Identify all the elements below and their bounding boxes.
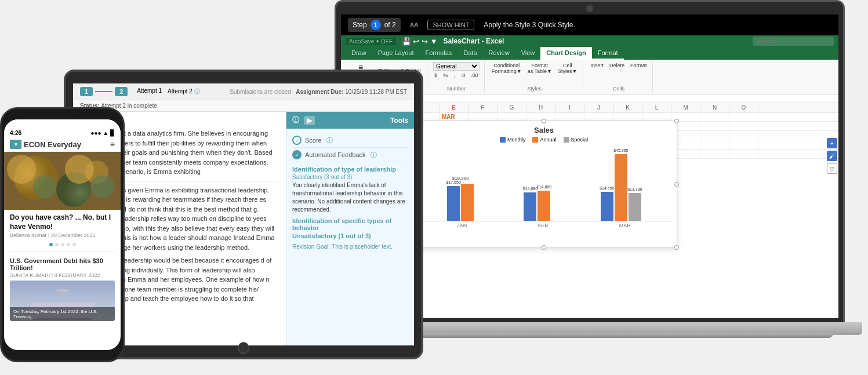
tab-data[interactable]: Data xyxy=(457,47,482,60)
decrease-decimal-button[interactable]: .0 xyxy=(459,72,468,79)
delete-button[interactable]: Delete xyxy=(607,62,627,69)
feedback-item1-subtitle: Satisfactory (3 out of 3) xyxy=(292,174,408,180)
excel-ribbon-tabs: Draw Page Layout Formulas Data Review Vi… xyxy=(341,47,838,60)
score-label: Score xyxy=(305,137,322,144)
number-format-select[interactable]: General xyxy=(433,62,480,71)
chart-x-labels: JAN FEB MAR xyxy=(416,223,672,228)
list-item-1: U.S. Government Debt hits $30 Trillion! … xyxy=(4,254,121,325)
currency-button[interactable]: $ xyxy=(432,72,440,79)
featured-image-svg xyxy=(4,152,121,210)
legend-annual-dot xyxy=(532,137,538,143)
legend-monthly-dot xyxy=(500,137,506,143)
revision-text: This is placeholder text. xyxy=(332,243,393,250)
tools-body: ○ Score ⓘ ✓ Automated Feedback ⓘ xyxy=(286,129,414,345)
show-hint-button[interactable]: SHOW HINT xyxy=(427,20,474,30)
score-info-icon: ⓘ xyxy=(326,136,333,145)
chart-handle-bc[interactable] xyxy=(542,245,546,250)
menu-icon[interactable]: ≡ xyxy=(110,140,115,149)
file-name: SalesChart - Excel xyxy=(444,37,504,45)
increase-decimal-button[interactable]: .00 xyxy=(468,72,481,79)
tab-view[interactable]: View xyxy=(515,47,541,60)
tab-formulas[interactable]: Formulas xyxy=(419,47,457,60)
legend-monthly: Monthly xyxy=(500,137,526,143)
tab-page-layout[interactable]: Page Layout xyxy=(372,47,420,60)
bar-mar-orange xyxy=(615,154,627,221)
article-carousel-dots xyxy=(4,241,121,249)
col-j: J xyxy=(584,103,613,112)
col-l: L xyxy=(642,103,671,112)
x-label-feb: FEB xyxy=(538,223,549,228)
ribbon-group-styles: ConditionalFormatting▼ Formatas Table▼ C… xyxy=(486,61,584,93)
chart-handle-mr[interactable] xyxy=(674,182,679,187)
chart-handle-tc[interactable] xyxy=(542,119,546,123)
format-button[interactable]: Format xyxy=(628,62,649,69)
chart-handle-br[interactable] xyxy=(674,245,679,250)
bar-jan-orange xyxy=(461,184,474,221)
phone-time: 4:26 xyxy=(10,130,21,136)
insert-button[interactable]: Insert xyxy=(588,62,606,69)
excel-search-input[interactable] xyxy=(753,37,834,46)
aa-label: AA xyxy=(410,21,419,28)
phone-body: 4:26 ●●● ▲ ▊ ✕ ECON Everyday ≡ xyxy=(0,107,125,362)
attempt1-label: Attempt 1 xyxy=(137,88,162,96)
score-circle: ○ xyxy=(292,136,302,145)
featured-article-title: Do you have cash? ... No, but I have Ven… xyxy=(4,210,121,232)
bar-jan-blue xyxy=(447,186,460,221)
cell-styles-button[interactable]: CellStyles▼ xyxy=(555,62,579,75)
dot-5 xyxy=(72,243,76,246)
chart-handle-tr[interactable] xyxy=(674,119,679,123)
phone: 4:26 ●●● ▲ ▊ ✕ ECON Everyday ≡ xyxy=(0,107,125,362)
x-label-mar: MAR xyxy=(619,223,631,228)
legend-annual: Annual xyxy=(532,137,556,143)
ribbon-group-number: General $ % , .0 .00 Number xyxy=(428,61,485,93)
svg-point-3 xyxy=(85,161,108,184)
col-i: I xyxy=(555,103,584,112)
tab-review[interactable]: Review xyxy=(483,47,515,60)
step-circle: 1 xyxy=(371,20,381,30)
format-as-table-button[interactable]: Formatas Table▼ xyxy=(525,62,554,75)
chart-area: $18,390 $17,550 xyxy=(416,146,672,221)
tools-feedback-item[interactable]: ✓ Automated Feedback ⓘ xyxy=(292,148,408,162)
step-total: of 2 xyxy=(384,21,396,29)
tab-chart-design[interactable]: Chart Design xyxy=(540,47,591,60)
col-f: F xyxy=(468,103,497,112)
tablet-home-button[interactable] xyxy=(238,342,249,354)
revision-label: Revision Goal: xyxy=(292,243,330,250)
comma-button[interactable]: , xyxy=(451,72,457,79)
featured-article-image xyxy=(4,152,121,210)
col-k: K xyxy=(613,103,642,112)
feedback-section: Identification of type of leadership Sat… xyxy=(292,166,408,250)
step-badge: Step 1 of 2 xyxy=(348,18,401,32)
chart-side-panel: + 🖌 ▽ xyxy=(827,138,837,174)
svg-rect-8 xyxy=(56,290,69,292)
bar-mar-gray xyxy=(629,193,641,221)
percent-button[interactable]: % xyxy=(441,72,450,79)
assignment-due-label: Assignment Due: xyxy=(296,89,343,95)
bar-feb-blue xyxy=(524,192,536,221)
due-date: 10/25/19 11:28 PM EST xyxy=(345,89,407,95)
chart-filter-button[interactable]: ▽ xyxy=(827,163,837,174)
tab-format[interactable]: Format xyxy=(592,47,624,60)
tools-forward-icon: ▶ xyxy=(304,116,315,125)
chart-add-element-button[interactable]: + xyxy=(827,138,837,148)
attempt-info: Submissions are closed Assignment Due: 1… xyxy=(230,89,407,95)
attempt1-box: 1 xyxy=(80,87,93,96)
chart-legend: Monthly Annual Special xyxy=(416,137,672,143)
chart-style-button[interactable]: 🖌 xyxy=(827,151,837,161)
list-item-1-image: On Tuesday, February 1st 2022, the U.S. … xyxy=(10,281,115,321)
svg-point-1 xyxy=(14,156,58,200)
phone-app: 4:26 ●●● ▲ ▊ ✕ ECON Everyday ≡ xyxy=(4,119,121,350)
col-e: E xyxy=(440,103,468,112)
step-connector xyxy=(95,91,112,92)
phone-header: ✕ ECON Everyday ≡ xyxy=(4,137,121,152)
autosave-indicator: AutoSave ● OFF xyxy=(346,38,396,45)
phone-divider xyxy=(10,251,115,252)
phone-signal-icons: ●●● ▲ ▊ xyxy=(90,130,115,136)
tab-draw[interactable]: Draw xyxy=(346,47,372,60)
col-g: G xyxy=(497,103,526,112)
feedback-item1-text: You clearly identified Emma's lack of tr… xyxy=(292,181,408,214)
instruction-text: Apply the Style 3 Quick Style. xyxy=(484,21,831,29)
list-item-1-title: U.S. Government Debt hits $30 Trillion! xyxy=(10,257,115,271)
tools-title: Tools xyxy=(390,116,408,125)
conditional-formatting-button[interactable]: ConditionalFormatting▼ xyxy=(489,62,524,75)
